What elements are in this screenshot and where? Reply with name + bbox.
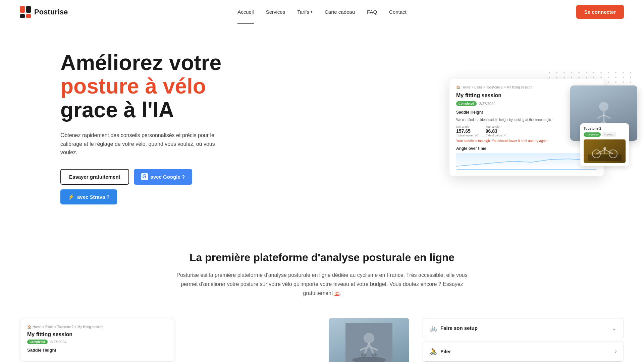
nav-link-services[interactable]: Services — [266, 9, 285, 15]
bottom-date-row: Completed 2/27/2024 — [27, 340, 167, 344]
logo-icon — [20, 6, 31, 18]
navigation: Posturise Accueil Services Tarifs ▾ Cart… — [0, 0, 644, 24]
nav-link-faq[interactable]: FAQ — [367, 9, 377, 15]
hero-illustration: (function(){ var dg = document.currentSc… — [449, 79, 624, 176]
nav-link-contact[interactable]: Contact — [389, 9, 407, 15]
bottom-breadcrumb: 🏠 Home > Bikes > Topstone 2 > My fitting… — [27, 325, 167, 329]
try-free-button[interactable]: Essayer gratuitement — [60, 169, 129, 185]
metric2-value: 96.83 — [486, 128, 507, 134]
platform-title: La première plateforme d'analyse postura… — [20, 251, 624, 264]
screenshot-angle-section: Angle over time — [456, 146, 597, 151]
accordion-setup-chevron: ⌄ — [612, 324, 617, 332]
bottom-app-card: 🏠 Home > Bikes > Topstone 2 > My fitting… — [20, 318, 315, 362]
bottom-person-image — [329, 318, 409, 362]
nav-links: Accueil Services Tarifs ▾ Carte cadeau F… — [237, 9, 407, 15]
platform-description: Posturise est la première plateforme d'a… — [171, 270, 473, 298]
bottom-saddle-section: Saddle Height — [27, 348, 167, 353]
bottom-status-badge: Completed — [27, 340, 48, 344]
hero-title-line3: grace à l'IA — [60, 98, 248, 122]
metric1-label: Min angle — [456, 125, 479, 128]
svg-rect-2 — [20, 14, 25, 18]
strava-icon: ⚡ — [68, 194, 74, 200]
accordion-setup: 🚲 Faire son setup ⌄ — [423, 318, 624, 338]
accordion-setup-label: Faire son setup — [440, 325, 478, 331]
bike-setup-icon: 🚲 — [430, 324, 437, 332]
accordion-filer-label: Filer — [440, 349, 451, 354]
chevron-down-icon: ▾ — [311, 10, 313, 14]
bike-terrain-icon — [588, 141, 622, 161]
bottom-date: 2/27/2024 — [50, 340, 67, 344]
bike-card-tabs: Completed In prog... — [584, 132, 626, 137]
bottom-session-title: My fitting session — [27, 331, 167, 338]
svg-rect-1 — [26, 6, 31, 13]
metric-max-angle: Max angle 96.83 ° ideal value: <° — [486, 125, 507, 137]
svg-rect-0 — [20, 6, 25, 13]
metric2-label: Max angle — [486, 125, 507, 128]
svg-line-9 — [604, 115, 610, 118]
svg-point-20 — [364, 333, 374, 344]
svg-rect-3 — [26, 14, 31, 18]
bike-card-title: Topstone 2 — [584, 127, 626, 130]
svg-point-4 — [599, 102, 608, 111]
login-button[interactable]: Se connecter — [576, 5, 624, 19]
bike-tab-inprogress[interactable]: In prog... — [602, 132, 617, 137]
hero-title-line2: posture à vélo — [60, 74, 248, 98]
bottom-demo-section: 🏠 Home > Bikes > Topstone 2 > My fitting… — [0, 311, 644, 362]
accordion-filer: 🚴 Filer › — [423, 342, 624, 362]
accordion-filer-chevron: › — [615, 348, 617, 355]
metric1-value: 157.65 — [456, 128, 479, 134]
nav-link-accueil[interactable]: Accueil — [237, 9, 254, 15]
bike-tab-completed[interactable]: Completed — [584, 132, 601, 137]
hero-subtitle: Obtenez rapidement des conseils personna… — [60, 131, 221, 157]
hero-buttons: Essayer gratuitement G avec Google ? ⚡ a… — [60, 169, 248, 204]
screenshot-status-badge: Completed — [456, 101, 477, 106]
accordion-filer-header[interactable]: 🚴 Filer › — [423, 342, 624, 361]
nav-link-carte-cadeau[interactable]: Carte cadeau — [325, 9, 355, 15]
svg-point-21 — [361, 353, 367, 357]
google-login-button[interactable]: G avec Google ? — [134, 169, 193, 185]
bottom-screenshot-card: 🏠 Home > Bikes > Topstone 2 > My fitting… — [20, 318, 174, 362]
accordion-setup-header[interactable]: 🚲 Faire son setup ⌄ — [423, 318, 624, 338]
hero-section: Améliorez votre posture à vélo grace à l… — [0, 24, 644, 231]
logo-text: Posturise — [34, 8, 68, 16]
metric1-unit: ° ideal value: 14° — [456, 134, 479, 137]
platform-section: La première plateforme d'analyse postura… — [0, 231, 644, 311]
logo-link[interactable]: Posturise — [20, 6, 68, 18]
svg-point-17 — [603, 147, 606, 150]
metric-min-angle: Min angle 157.65 ° ideal value: 14° — [456, 125, 479, 137]
strava-login-button[interactable]: ⚡ avec Strava ? — [60, 189, 117, 204]
screenshot-date: 2/27/2024 — [479, 102, 496, 106]
google-icon: G — [141, 173, 148, 180]
svg-point-22 — [371, 353, 377, 357]
bike-ride-icon: 🚴 — [430, 348, 437, 355]
overlay-bike-card: Topstone 2 Completed In prog... — [580, 123, 629, 166]
bike-photo — [584, 139, 626, 163]
nav-link-tarifs[interactable]: Tarifs ▾ — [297, 9, 313, 15]
hero-content: Améliorez votre posture à vélo grace à l… — [60, 51, 248, 204]
mini-chart — [456, 153, 597, 170]
bottom-accordion: 🚲 Faire son setup ⌄ 🚴 Filer › — [423, 318, 624, 362]
metric2-unit: ° ideal value: <° — [486, 134, 507, 137]
cyclist-photo-icon — [345, 323, 392, 362]
hero-title-line1: Améliorez votre — [60, 51, 248, 74]
svg-line-8 — [597, 115, 604, 118]
platform-link[interactable]: ici — [334, 290, 339, 296]
